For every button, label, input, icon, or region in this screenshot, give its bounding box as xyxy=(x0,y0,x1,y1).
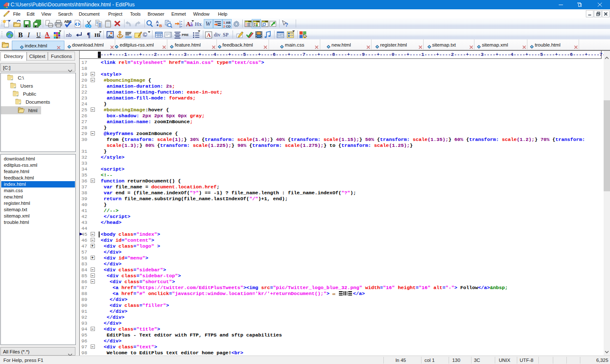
svg-text:A: A xyxy=(45,31,50,38)
svg-text:B: B xyxy=(18,31,23,39)
svg-text:ã: ã xyxy=(190,22,193,28)
svg-text:PRE: PRE xyxy=(182,33,189,37)
svg-text:©: © xyxy=(143,31,147,38)
svg-text:AB: AB xyxy=(226,21,231,25)
svg-text:2: 2 xyxy=(223,25,225,28)
svg-text:B: B xyxy=(159,24,162,28)
svg-text:1: 1 xyxy=(223,21,225,25)
svg-text:A: A xyxy=(207,32,211,38)
svg-text:W: W xyxy=(205,20,211,27)
svg-text:¶: ¶ xyxy=(87,31,91,39)
svg-text:SP: SP xyxy=(223,32,229,38)
svg-text:Hi: Hi xyxy=(94,32,100,38)
svg-text:div: div xyxy=(214,32,220,38)
svg-text:U: U xyxy=(36,32,41,38)
svg-text:3: 3 xyxy=(179,25,181,28)
svg-text:I: I xyxy=(27,31,30,39)
svg-text:Hx: Hx xyxy=(195,21,202,27)
svg-text:CD: CD xyxy=(226,25,231,28)
svg-text:nb: nb xyxy=(66,32,72,38)
svg-text:?: ? xyxy=(285,22,288,28)
svg-text:A: A xyxy=(156,20,159,24)
